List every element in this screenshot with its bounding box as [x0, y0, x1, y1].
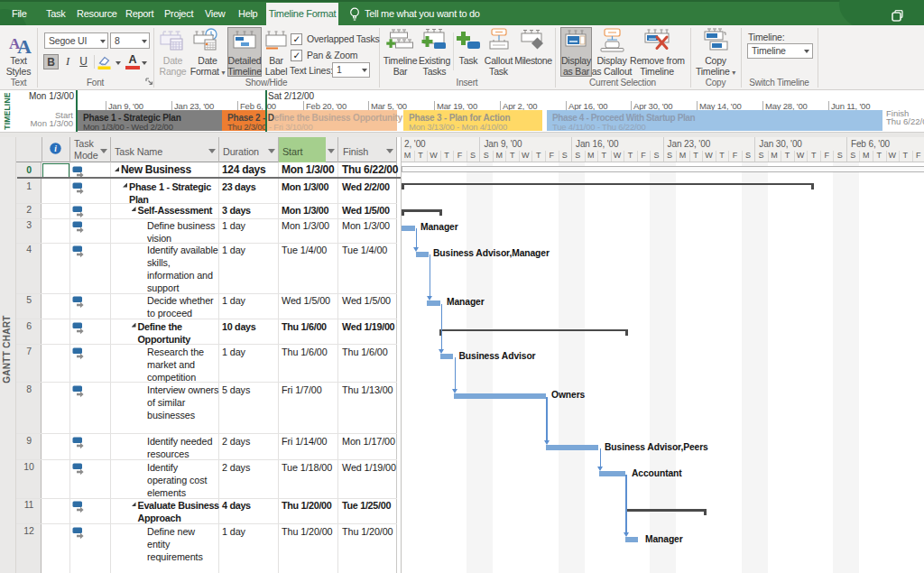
svg-text:A: A [17, 35, 32, 55]
svg-text:i: i [54, 144, 57, 153]
